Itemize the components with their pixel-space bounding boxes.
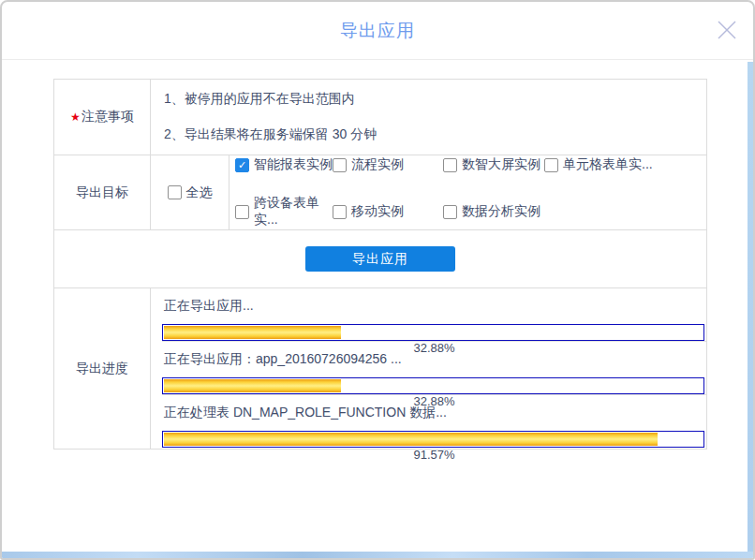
progress-bar-fill	[164, 433, 658, 446]
action-row: 导出应用	[54, 230, 706, 288]
export-progress-row: 导出进度 正在导出应用... 32.88% 正在导出应用：app_2016072…	[54, 288, 706, 449]
window-edge-right	[748, 62, 753, 552]
export-app-button[interactable]: 导出应用	[305, 246, 455, 272]
checkbox-box[interactable]: ✓	[544, 158, 558, 172]
option-label: 跨设备表单实...	[254, 195, 333, 228]
option-label: 数智大屏实例	[462, 156, 540, 173]
target-options-row-2: ✓ 跨设备表单实... ✓ 移动实例 ✓ 数据分析实例	[235, 195, 706, 228]
select-all-label: 全选	[186, 184, 213, 201]
progress-item: 正在导出应用：app_20160726094256 ... 32.88%	[162, 342, 706, 395]
option-checkbox[interactable]: ✓ 移动实例	[333, 195, 443, 228]
required-star-icon: ★	[70, 111, 81, 124]
progress-bar-track	[162, 324, 704, 341]
option-checkbox[interactable]: ✓ 数据分析实例	[443, 195, 544, 228]
select-all-cell: ✓ 全选	[151, 155, 229, 229]
progress-bar-track	[162, 377, 704, 394]
check-icon: ✓	[238, 160, 246, 170]
notice-label: 注意事项	[81, 109, 134, 125]
target-label: 导出目标	[76, 184, 128, 201]
progress-label: 导出进度	[76, 361, 128, 377]
close-icon	[717, 20, 737, 40]
notice-row: ★ 注意事项 1、被停用的应用不在导出范围内 2、导出结果将在服务端保留 30 …	[54, 80, 706, 155]
progress-percent: 91.57%	[162, 448, 706, 462]
progress-bar-fill	[164, 379, 341, 392]
notice-content: 1、被停用的应用不在导出范围内 2、导出结果将在服务端保留 30 分钟	[151, 80, 706, 155]
checkbox-box[interactable]: ✓	[443, 205, 457, 219]
target-options: ✓ 智能报表实例 ✓ 流程实例 ✓ 数智大屏实例 ✓ 单元格表单实...	[229, 155, 706, 229]
progress-message: 正在导出应用：app_20160726094256 ...	[164, 351, 706, 366]
close-button[interactable]	[716, 19, 738, 41]
window-edge-bottom	[2, 552, 753, 558]
checkbox-box[interactable]: ✓	[235, 205, 249, 219]
dialog-header: 导出应用	[2, 2, 753, 60]
export-app-dialog: 导出应用 ★ 注意事项 1、被停用的应用不在导出范围内 2、导出结果将在服务端保…	[0, 0, 755, 560]
checkbox-box[interactable]: ✓	[235, 158, 249, 172]
progress-bar-fill	[164, 326, 341, 339]
progress-message: 正在处理表 DN_MAP_ROLE_FUNCTION 数据...	[164, 405, 706, 420]
option-label: 单元格表单实...	[563, 156, 653, 173]
progress-label-cell: 导出进度	[54, 288, 151, 449]
dialog-title: 导出应用	[340, 19, 415, 43]
option-checkbox[interactable]: ✓ 智能报表实例	[235, 156, 333, 173]
option-label: 智能报表实例	[254, 156, 333, 173]
option-checkbox[interactable]: ✓ 单元格表单实...	[544, 156, 706, 173]
option-checkbox[interactable]: ✓ 数智大屏实例	[443, 156, 544, 173]
target-options-row-1: ✓ 智能报表实例 ✓ 流程实例 ✓ 数智大屏实例 ✓ 单元格表单实...	[235, 156, 706, 173]
progress-message: 正在导出应用...	[164, 298, 706, 313]
notice-item: 1、被停用的应用不在导出范围内	[164, 91, 706, 108]
export-target-row: 导出目标 ✓ 全选 ✓ 智能报表实例 ✓ 流程实例	[54, 155, 706, 230]
export-form-table: ★ 注意事项 1、被停用的应用不在导出范围内 2、导出结果将在服务端保留 30 …	[53, 79, 707, 449]
progress-bar-track	[162, 431, 704, 448]
option-label: 数据分析实例	[462, 203, 540, 220]
option-label: 流程实例	[351, 156, 404, 173]
checkbox-box[interactable]: ✓	[333, 158, 347, 172]
progress-item: 正在导出应用... 32.88%	[162, 288, 706, 342]
progress-content: 正在导出应用... 32.88% 正在导出应用：app_201607260942…	[151, 288, 706, 449]
checkbox-box[interactable]: ✓	[443, 158, 457, 172]
target-label-cell: 导出目标	[54, 155, 151, 229]
progress-item: 正在处理表 DN_MAP_ROLE_FUNCTION 数据... 91.57%	[162, 395, 706, 448]
notice-item: 2、导出结果将在服务端保留 30 分钟	[164, 126, 706, 143]
option-checkbox[interactable]: ✓ 跨设备表单实...	[235, 195, 333, 228]
notice-label-cell: ★ 注意事项	[54, 80, 151, 155]
option-checkbox[interactable]: ✓ 流程实例	[333, 156, 443, 173]
checkbox-box[interactable]: ✓	[168, 185, 182, 199]
option-label: 移动实例	[351, 203, 404, 220]
select-all-checkbox[interactable]: ✓ 全选	[168, 184, 213, 201]
checkbox-box[interactable]: ✓	[333, 205, 347, 219]
